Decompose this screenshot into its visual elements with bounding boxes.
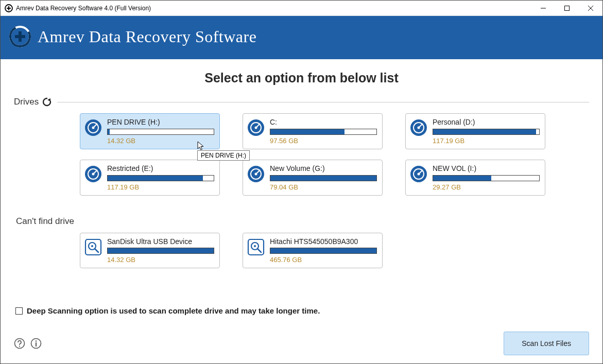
disk-icon (410, 119, 427, 136)
svg-point-39 (91, 245, 93, 247)
svg-marker-11 (47, 98, 50, 101)
drive-name: New Volume (G:) (270, 164, 377, 173)
svg-rect-10 (15, 35, 25, 38)
svg-line-38 (95, 249, 98, 252)
info-icon[interactable] (30, 338, 42, 349)
drive-card[interactable]: C:97.56 GB (243, 113, 383, 149)
device-name: SanDisk Ultra USB Device (107, 237, 214, 246)
drive-name: Personal (D:) (433, 118, 540, 127)
drive-card[interactable]: Personal (D:)117.19 GB (405, 113, 545, 149)
disk-icon (247, 165, 265, 183)
usage-bar (270, 175, 377, 181)
title-bar: Amrev Data Recovery Software 4.0 (Full V… (1, 1, 602, 16)
drive-size: 117.19 GB (107, 183, 214, 191)
disk-icon (84, 119, 102, 136)
cant-find-label: Can't find drive (16, 216, 589, 227)
drive-card[interactable]: PEN DRIVE (H:)14.32 GB (80, 113, 220, 149)
window-title: Amrev Data Recovery Software 4.0 (Full V… (16, 5, 151, 12)
svg-point-47 (36, 340, 37, 341)
drive-name: Restricted (E:) (107, 164, 214, 173)
drive-size: 29.27 GB (433, 183, 540, 191)
device-card[interactable]: SanDisk Ultra USB Device14.32 GB (80, 233, 220, 269)
drive-card[interactable]: Restricted (E:)117.19 GB (80, 160, 220, 196)
usage-bar (270, 248, 377, 254)
drive-size: 79.04 GB (270, 183, 377, 191)
drive-card[interactable]: NEW VOL (I:)29.27 GB (405, 160, 545, 196)
app-logo-icon (9, 25, 31, 48)
deep-scanning-checkbox[interactable] (15, 307, 23, 315)
svg-rect-2 (7, 8, 11, 9)
drive-name: C: (270, 118, 377, 127)
devices-grid: SanDisk Ultra USB Device14.32 GBHitachi … (80, 233, 589, 269)
app-header: Amrev Data Recovery Software (1, 16, 602, 59)
drive-name: PEN DRIVE (H:) (107, 118, 214, 127)
usage-bar (107, 248, 214, 254)
disk-icon (84, 165, 102, 183)
usage-bar (107, 129, 214, 135)
app-icon (5, 4, 13, 12)
usage-bar (107, 175, 214, 181)
main-content: Select an option from below list Drives … (1, 59, 602, 363)
drives-grid: PEN DRIVE (H:)14.32 GBC:97.56 GBPersonal… (80, 113, 589, 196)
svg-point-44 (15, 339, 25, 349)
scan-disk-icon (84, 238, 102, 256)
device-name: Hitachi HTS545050B9A300 (270, 237, 377, 246)
minimize-button[interactable] (531, 1, 555, 16)
disk-icon (247, 119, 265, 136)
deep-scanning-label: Deep Scanning option is used to scan com… (27, 306, 320, 315)
disk-icon (410, 165, 427, 183)
usage-bar (270, 129, 377, 135)
divider (57, 102, 589, 102)
usage-bar (433, 129, 540, 135)
drive-name: NEW VOL (I:) (433, 164, 540, 173)
drive-size: 117.19 GB (433, 137, 540, 145)
svg-line-42 (257, 249, 261, 252)
page-heading: Select an option from below list (14, 71, 589, 85)
refresh-icon[interactable] (42, 97, 52, 107)
device-card[interactable]: Hitachi HTS545050B9A300465.76 GB (243, 233, 383, 269)
drive-size: 14.32 GB (107, 137, 214, 145)
usage-bar (433, 175, 540, 181)
help-icon[interactable] (14, 338, 25, 349)
app-title: Amrev Data Recovery Software (38, 27, 256, 46)
drives-label: Drives (14, 97, 39, 107)
device-size: 14.32 GB (107, 256, 214, 264)
close-button[interactable] (579, 1, 602, 16)
svg-point-45 (19, 345, 20, 346)
scan-disk-icon (247, 238, 265, 256)
drive-size: 97.56 GB (270, 137, 377, 145)
drive-card[interactable]: New Volume (G:)79.04 GB (243, 160, 383, 196)
deep-scanning-row: Deep Scanning option is used to scan com… (15, 306, 589, 315)
svg-rect-48 (36, 342, 37, 346)
svg-point-43 (254, 245, 256, 247)
maximize-button[interactable] (555, 1, 579, 16)
footer: Deep Scanning option is used to scan com… (1, 306, 602, 363)
device-size: 465.76 GB (270, 256, 377, 264)
svg-rect-4 (565, 6, 570, 10)
drives-section-header: Drives (14, 97, 589, 107)
scan-lost-files-button[interactable]: Scan Lost Files (504, 332, 589, 355)
